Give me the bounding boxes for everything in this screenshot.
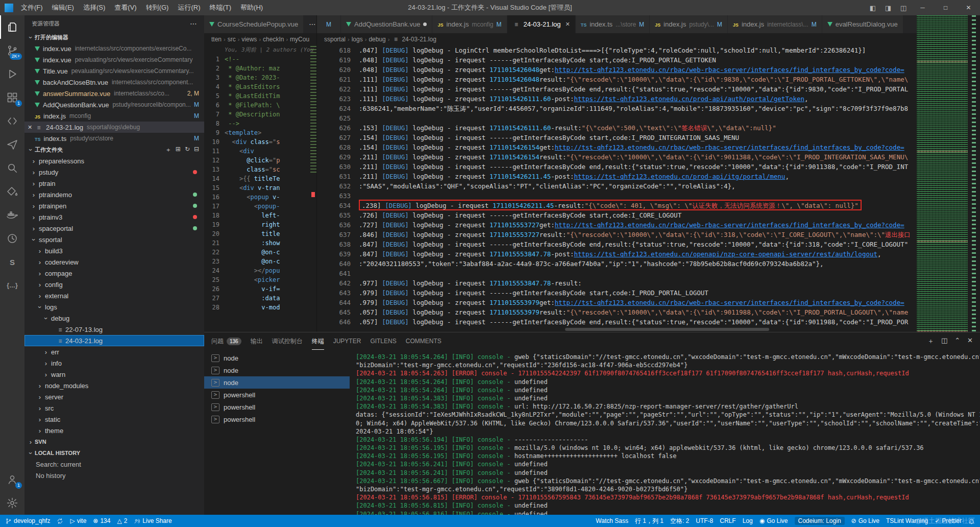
tab-courseschedulepopup.vue[interactable]: CourseSchedulePopup.vue bbox=[204, 15, 304, 33]
remote-icon[interactable] bbox=[0, 109, 24, 133]
settings-icon[interactable] bbox=[0, 491, 24, 515]
status--2[interactable]: 空格: 2 bbox=[670, 517, 689, 525]
close-icon[interactable]: ✕ bbox=[28, 124, 35, 131]
tree-item-server[interactable]: ›server bbox=[24, 391, 204, 402]
svn-section-header[interactable]: › SVN bbox=[24, 436, 204, 447]
tree-item-theme[interactable]: ›theme bbox=[24, 425, 204, 436]
status-utf-8[interactable]: UTF-8 bbox=[696, 517, 713, 524]
panel-tab-终端[interactable]: 终端 bbox=[312, 332, 324, 350]
status-prettier[interactable]: ✓Prettier bbox=[935, 517, 962, 524]
code-editor[interactable]: 1<!--2 * @Author: maz3 * @Date: 2023-4 *… bbox=[204, 55, 316, 332]
tree-item-ssportal[interactable]: ›ssportal bbox=[24, 234, 204, 245]
open-editor-item[interactable]: ✕≡24-03-21.logssportal\logs\debug bbox=[24, 122, 204, 133]
open-editor-item[interactable]: index.vueinternetclass/src/components/ex… bbox=[24, 43, 204, 54]
menu-item[interactable]: 帮助(H) bbox=[236, 0, 267, 15]
breadcrumb-item[interactable]: views bbox=[241, 36, 257, 43]
layout-customize-icon[interactable]: ◫ bbox=[896, 4, 911, 12]
breadcrumb-item[interactable]: logs bbox=[352, 36, 363, 43]
tab-index.js[interactable]: JSindex.jspstudy\...M bbox=[650, 15, 728, 33]
run-debug-icon[interactable] bbox=[0, 62, 24, 86]
tree-item-codereview[interactable]: ›codereview bbox=[24, 256, 204, 268]
close-icon[interactable]: ✕ bbox=[566, 21, 570, 28]
status-develop-qhfz[interactable]: develop_qhfz bbox=[5, 517, 50, 524]
open-editor-item[interactable]: answerSummarize.vueinternetclass/sc/co..… bbox=[24, 88, 204, 99]
panel-tab-COMMENTS[interactable]: COMMENTS bbox=[406, 332, 442, 350]
source-control-icon[interactable]: 2K+ bbox=[0, 39, 24, 62]
status-go-live[interactable]: ⊘Go Live bbox=[851, 517, 879, 524]
open-editors-header[interactable]: › 打开的编辑器 bbox=[24, 32, 204, 43]
terminal-instance[interactable]: >powershell bbox=[204, 389, 350, 401]
tab-evalresultdialog.vue[interactable]: evalResultDialog.vue bbox=[822, 15, 903, 33]
local-history-header[interactable]: › LOCAL HISTORY bbox=[24, 447, 204, 459]
status-2[interactable]: △2 bbox=[117, 517, 127, 524]
breadcrumb-item[interactable]: 24-03-21.log bbox=[402, 36, 436, 43]
files-icon[interactable] bbox=[0, 15, 24, 39]
tree-item-err[interactable]: ›err bbox=[24, 346, 204, 357]
terminal-instance[interactable]: >node bbox=[204, 364, 350, 376]
tree-item-ptrain[interactable]: ›ptrain bbox=[24, 178, 204, 189]
maximize-panel-icon[interactable]: ⌃ bbox=[954, 337, 960, 346]
tab-index.ts[interactable]: TSindex.ts...\storeM bbox=[576, 15, 650, 33]
status-tslint-warning[interactable]: TSLint Warning bbox=[886, 517, 928, 524]
terminal-instance[interactable]: >node bbox=[204, 376, 350, 389]
status-go-live[interactable]: ◉Go Live bbox=[760, 517, 788, 524]
docker-icon[interactable] bbox=[0, 203, 24, 227]
tree-item-debug[interactable]: ›debug bbox=[24, 313, 204, 324]
breadcrumb-item[interactable]: myCou bbox=[290, 36, 309, 43]
breadcrumb-item[interactable]: tten bbox=[211, 36, 222, 43]
terminal-instance[interactable]: >node bbox=[204, 352, 350, 364]
workfolder-header[interactable]: › 工作文件夹 ＋⊞↻⊟ bbox=[24, 144, 204, 155]
tree-item-24-03-21.log[interactable]: ≡24-03-21.log bbox=[24, 335, 204, 346]
extensions-icon[interactable]: 1 bbox=[0, 86, 24, 109]
horizontal-scrollbar[interactable] bbox=[429, 327, 915, 332]
tab-index.js[interactable]: JSindex.jsmconfigM bbox=[432, 15, 507, 33]
breadcrumb-item[interactable]: ssportal bbox=[324, 36, 346, 43]
status-134[interactable]: ⊗134 bbox=[93, 517, 110, 524]
tree-item-build3[interactable]: ›build3 bbox=[24, 245, 204, 256]
explorer-more-actions-icon[interactable]: ⋯ bbox=[190, 19, 197, 28]
status-live-share[interactable]: Live Share bbox=[134, 517, 172, 524]
terminal-output[interactable]: [2024-03-21 18:05:54.264] [INFO] console… bbox=[350, 350, 980, 515]
status-crlf[interactable]: CRLF bbox=[720, 517, 736, 524]
search-icon[interactable] bbox=[0, 156, 24, 180]
status--1-1[interactable]: 行 1，列 1 bbox=[635, 517, 664, 525]
status-watch-sass[interactable]: Watch Sass bbox=[596, 517, 628, 524]
panel-tab-调试控制台[interactable]: 调试控制台 bbox=[272, 332, 303, 350]
sass-icon[interactable]: S bbox=[0, 250, 24, 274]
open-editor-item[interactable]: TSindex.tspstudy\src\storeM bbox=[24, 133, 204, 144]
breadcrumb-item[interactable]: src bbox=[228, 36, 236, 43]
open-editor-item[interactable]: backAndCloseBtn.vueinternetclass/src/com… bbox=[24, 77, 204, 88]
close-panel-icon[interactable]: ✕ bbox=[967, 337, 973, 346]
open-editor-item[interactable]: AddQuestionBank.vuepstudy/resourcelib/co… bbox=[24, 99, 204, 110]
split-terminal-icon[interactable]: ◫ bbox=[941, 337, 947, 346]
send-icon[interactable] bbox=[0, 133, 24, 156]
terminal-instance[interactable]: >powershell bbox=[204, 401, 350, 413]
layout-sidebar-icon[interactable]: ◧ bbox=[865, 4, 880, 12]
open-editor-item[interactable]: JSindex.jsmconfigM bbox=[24, 110, 204, 122]
snippets-icon[interactable]: {…} bbox=[0, 274, 24, 297]
layout-panel-icon[interactable]: ◨ bbox=[880, 4, 896, 12]
paint-bucket-icon[interactable] bbox=[0, 180, 24, 203]
history-icon[interactable] bbox=[0, 227, 24, 250]
close-icon[interactable]: ✕ bbox=[957, 0, 980, 15]
account-icon[interactable]: 1 bbox=[0, 468, 24, 491]
add-terminal-icon[interactable]: ＋ bbox=[927, 337, 934, 346]
open-editor-item[interactable]: Title.vuepevaluating/src/views/exerciseC… bbox=[24, 65, 204, 77]
status-sync-icon[interactable] bbox=[57, 518, 63, 524]
menu-item[interactable]: 查看(V) bbox=[110, 0, 141, 15]
menu-item[interactable]: 运行(R) bbox=[173, 0, 205, 15]
tree-item-warn[interactable]: ›warn bbox=[24, 369, 204, 380]
tree-item-compage[interactable]: ›compage bbox=[24, 268, 204, 279]
tree-item-static[interactable]: ›static bbox=[24, 414, 204, 425]
terminal-instance[interactable]: >powershell bbox=[204, 413, 350, 425]
collapse-icon[interactable]: ⊟ bbox=[194, 146, 199, 154]
tree-item-ptrainv3[interactable]: ›ptrainv3 bbox=[24, 211, 204, 223]
maximize-icon[interactable]: □ bbox=[934, 0, 957, 15]
tree-item-22-07-13.log[interactable]: ≡22-07-13.log bbox=[24, 324, 204, 335]
tree-item-config[interactable]: ›config bbox=[24, 279, 204, 290]
new-folder-icon[interactable]: ⊞ bbox=[176, 146, 181, 154]
tree-item-info[interactable]: ›info bbox=[24, 357, 204, 369]
breadcrumb-item[interactable]: debug bbox=[369, 36, 385, 43]
menu-item[interactable]: 选择(S) bbox=[79, 0, 110, 15]
tab-m[interactable]: M bbox=[317, 15, 341, 33]
